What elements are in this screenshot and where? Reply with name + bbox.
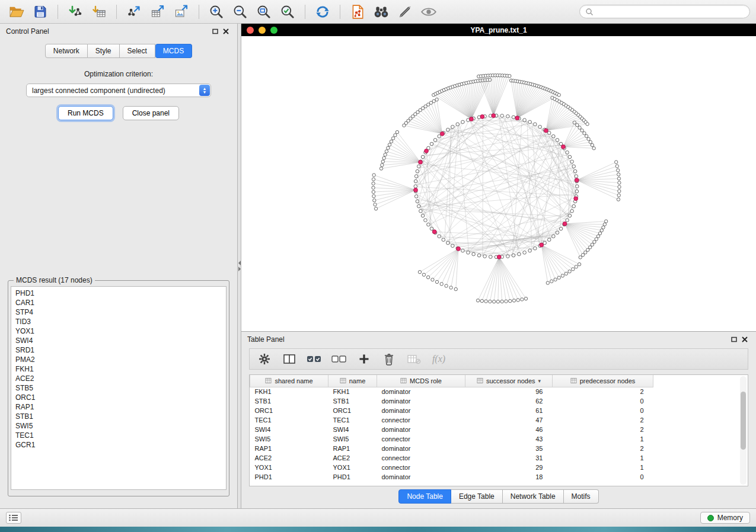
cell-name[interactable]: TEC1 bbox=[328, 415, 377, 425]
table-row[interactable]: SWI5SWI5connector431 bbox=[250, 434, 653, 444]
table-float-button[interactable] bbox=[729, 334, 739, 345]
cell-successors[interactable]: 47 bbox=[465, 415, 553, 425]
mcds-list-item[interactable]: ORC1 bbox=[15, 393, 226, 402]
table-row[interactable]: PHD1PHD1dominator180 bbox=[250, 472, 653, 482]
network-file-button[interactable] bbox=[347, 3, 368, 21]
cell-predecessors[interactable]: 2 bbox=[553, 425, 653, 434]
column-header[interactable]: name bbox=[328, 375, 377, 387]
column-header[interactable]: shared name bbox=[250, 375, 328, 387]
scrollbar-thumb[interactable] bbox=[741, 392, 746, 450]
mcds-result-list[interactable]: PHD1CAR1STP4TID3YOX1SWI4SRD1PMA2FKH1ACE2… bbox=[11, 286, 227, 490]
export-image-button[interactable] bbox=[171, 3, 192, 21]
cell-successors[interactable]: 61 bbox=[465, 406, 553, 415]
zoom-fit-button[interactable] bbox=[253, 3, 275, 21]
tab-network[interactable]: Network bbox=[45, 44, 88, 58]
window-minimize-button[interactable] bbox=[259, 27, 266, 34]
table-row[interactable]: TEC1TEC1connector472 bbox=[250, 415, 653, 425]
mcds-list-item[interactable]: SWI4 bbox=[15, 336, 226, 345]
table-row[interactable]: FKH1FKH1dominator962 bbox=[250, 387, 653, 396]
tab-network-table[interactable]: Network Table bbox=[503, 489, 564, 504]
task-history-button[interactable] bbox=[6, 512, 21, 524]
cell-shared_name[interactable]: STB1 bbox=[250, 396, 328, 406]
vertical-splitter[interactable] bbox=[237, 24, 241, 508]
cell-successors[interactable]: 29 bbox=[465, 463, 553, 472]
cell-shared_name[interactable]: SWI5 bbox=[250, 434, 328, 444]
cell-name[interactable]: RAP1 bbox=[328, 444, 377, 453]
cell-predecessors[interactable]: 1 bbox=[553, 453, 653, 463]
float-panel-button[interactable] bbox=[210, 26, 221, 37]
cell-shared_name[interactable]: SWI4 bbox=[250, 425, 328, 434]
cell-name[interactable]: SWI4 bbox=[328, 425, 377, 434]
tab-select[interactable]: Select bbox=[120, 44, 155, 58]
cell-predecessors[interactable]: 2 bbox=[553, 415, 653, 425]
mcds-list-item[interactable]: ACE2 bbox=[15, 374, 226, 383]
column-header[interactable]: MCDS role bbox=[377, 375, 465, 387]
mcds-list-item[interactable]: GCR1 bbox=[15, 440, 226, 450]
cell-role[interactable]: dominator bbox=[377, 396, 465, 406]
cell-shared_name[interactable]: ORC1 bbox=[250, 406, 328, 415]
cell-name[interactable]: YOX1 bbox=[328, 463, 377, 472]
cell-shared_name[interactable]: FKH1 bbox=[250, 387, 328, 396]
first-neighbors-button[interactable] bbox=[371, 3, 392, 21]
export-table-button[interactable] bbox=[147, 3, 168, 21]
cell-successors[interactable]: 31 bbox=[465, 453, 553, 463]
cell-predecessors[interactable]: 1 bbox=[553, 434, 653, 444]
criterion-dropdown[interactable]: largest connected component (undirected)… bbox=[26, 84, 211, 97]
function-builder-button[interactable]: f(x) bbox=[431, 351, 446, 367]
import-table-button[interactable] bbox=[88, 3, 110, 21]
table-row[interactable]: RAP1RAP1dominator352 bbox=[250, 444, 653, 453]
deselect-all-button[interactable] bbox=[331, 351, 347, 367]
column-header[interactable]: predecessor nodes bbox=[553, 375, 653, 387]
mcds-list-item[interactable]: STB5 bbox=[15, 383, 226, 393]
tab-node-table[interactable]: Node Table bbox=[398, 489, 451, 504]
cell-name[interactable]: FKH1 bbox=[328, 387, 377, 396]
mcds-list-item[interactable]: PHD1 bbox=[15, 289, 226, 298]
cell-shared_name[interactable]: RAP1 bbox=[250, 444, 328, 453]
show-hide-button[interactable] bbox=[418, 3, 439, 21]
memory-button[interactable]: Memory bbox=[700, 512, 750, 524]
show-columns-button[interactable] bbox=[282, 351, 297, 367]
select-all-button[interactable] bbox=[307, 351, 322, 367]
network-canvas[interactable] bbox=[241, 36, 756, 331]
table-row[interactable]: SWI4SWI4dominator462 bbox=[250, 425, 653, 434]
table-settings-button[interactable] bbox=[257, 351, 272, 367]
save-session-button[interactable] bbox=[30, 3, 51, 21]
zoom-in-button[interactable] bbox=[206, 3, 227, 21]
add-column-button[interactable] bbox=[356, 351, 372, 367]
splitter-collapse-icon[interactable] bbox=[238, 259, 241, 273]
open-session-button[interactable] bbox=[6, 3, 27, 21]
import-network-button[interactable] bbox=[65, 3, 86, 21]
cell-successors[interactable]: 62 bbox=[465, 396, 553, 406]
cell-role[interactable]: connector bbox=[377, 463, 465, 472]
mcds-list-item[interactable]: YOX1 bbox=[15, 326, 226, 336]
mcds-list-item[interactable]: SRD1 bbox=[15, 345, 226, 355]
cell-predecessors[interactable]: 0 bbox=[553, 406, 653, 415]
tab-style[interactable]: Style bbox=[88, 44, 120, 58]
cell-predecessors[interactable]: 0 bbox=[553, 472, 653, 482]
tab-edge-table[interactable]: Edge Table bbox=[451, 489, 503, 504]
table-scrollbar[interactable] bbox=[740, 376, 747, 485]
cell-shared_name[interactable]: YOX1 bbox=[250, 463, 328, 472]
cell-predecessors[interactable]: 2 bbox=[553, 444, 653, 453]
cell-name[interactable]: STB1 bbox=[328, 396, 377, 406]
cell-predecessors[interactable]: 0 bbox=[553, 396, 653, 406]
table-close-button[interactable] bbox=[739, 334, 750, 345]
cell-role[interactable]: dominator bbox=[377, 387, 465, 396]
cell-role[interactable]: dominator bbox=[377, 406, 465, 415]
tab-motifs[interactable]: Motifs bbox=[564, 489, 599, 504]
cell-shared_name[interactable]: PHD1 bbox=[250, 472, 328, 482]
window-close-button[interactable] bbox=[247, 27, 254, 34]
cell-role[interactable]: dominator bbox=[377, 425, 465, 434]
mcds-list-item[interactable]: TID3 bbox=[15, 317, 226, 326]
cell-shared_name[interactable]: ACE2 bbox=[250, 453, 328, 463]
cell-name[interactable]: ACE2 bbox=[328, 453, 377, 463]
column-header[interactable]: successor nodes▾ bbox=[465, 375, 553, 387]
mcds-list-item[interactable]: SWI5 bbox=[15, 421, 226, 431]
refresh-layout-button[interactable] bbox=[312, 3, 333, 21]
cell-name[interactable]: PHD1 bbox=[328, 472, 377, 482]
cell-successors[interactable]: 43 bbox=[465, 434, 553, 444]
cell-role[interactable]: connector bbox=[377, 453, 465, 463]
cell-successors[interactable]: 46 bbox=[465, 425, 553, 434]
table-row[interactable]: YOX1YOX1connector291 bbox=[250, 463, 653, 472]
cell-role[interactable]: connector bbox=[377, 415, 465, 425]
